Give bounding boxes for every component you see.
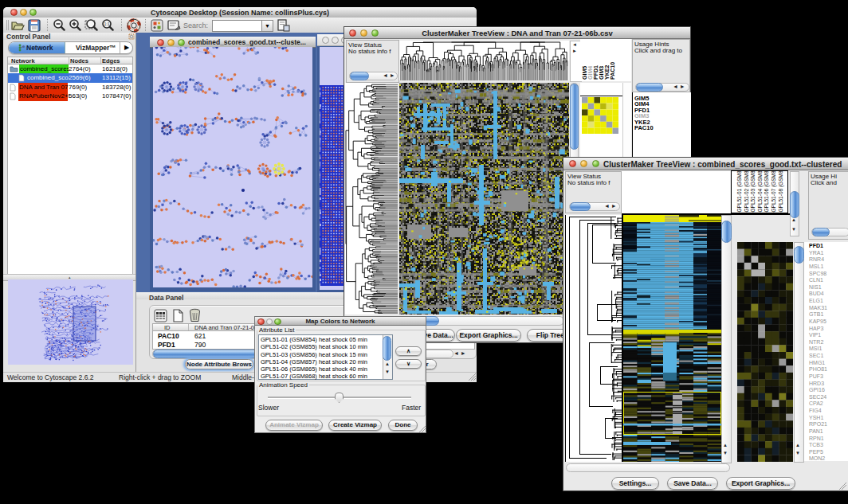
svg-text:1:1: 1:1	[104, 21, 110, 26]
